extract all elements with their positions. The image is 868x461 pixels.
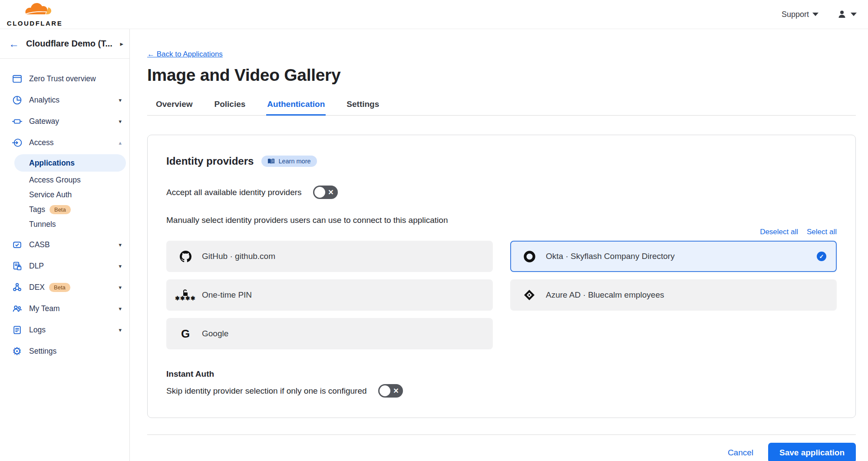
google-g-icon: G [178, 328, 192, 339]
deselect-all-link[interactable]: Deselect all [760, 228, 798, 236]
accept-all-toggle[interactable]: ✕ [313, 186, 338, 199]
sidebar: ← Cloudflare Demo (T... ▸ Zero Trust ove… [0, 29, 130, 461]
sidebar-item-dex[interactable]: DEX Beta ▾ [0, 277, 129, 298]
sidebar-item-tags[interactable]: Tags Beta [0, 202, 129, 217]
access-arrow-icon [11, 137, 23, 148]
support-label: Support [782, 10, 809, 19]
learn-more-badge[interactable]: Learn more [261, 156, 317, 167]
beta-badge: Beta [49, 283, 70, 292]
okta-icon [522, 251, 536, 262]
sidebar-item-access-groups[interactable]: Access Groups [0, 172, 129, 187]
gear-icon: ⚙ [11, 346, 23, 357]
select-all-link[interactable]: Select all [807, 228, 837, 236]
one-time-pin-lock-icon: ✱✱✱✱ [178, 289, 192, 301]
network-nodes-icon [11, 282, 23, 293]
support-menu[interactable]: Support [782, 10, 818, 19]
beta-badge: Beta [50, 205, 71, 214]
sidebar-item-applications[interactable]: Applications [14, 154, 126, 172]
sidebar-item-casb[interactable]: CASB ▾ [0, 234, 129, 255]
cloudflare-wordmark: CLOUDFLARE [7, 20, 63, 27]
casb-check-icon [11, 239, 23, 250]
chevron-down-icon: ▾ [119, 97, 122, 103]
toggle-off-x-icon: ✕ [393, 387, 399, 394]
provider-grid: GitHub · github.com Okta · Skyflash Comp… [166, 241, 837, 349]
learn-more-label: Learn more [278, 158, 310, 165]
tab-authentication[interactable]: Authentication [266, 96, 326, 116]
chevron-down-icon [812, 13, 818, 16]
save-application-button[interactable]: Save application [768, 443, 856, 461]
toggle-knob [380, 385, 390, 396]
chevron-down-icon [851, 13, 857, 16]
identity-providers-card: Identity providers Learn more Accept all… [147, 135, 856, 418]
grid-empty-cell [510, 318, 837, 349]
cloudflare-cloud-icon [15, 2, 55, 20]
cancel-button[interactable]: Cancel [728, 448, 753, 458]
sidebar-account-header: ← Cloudflare Demo (T... ▸ [0, 29, 129, 59]
card-title: Identity providers [166, 155, 254, 167]
provider-tile-one-time-pin[interactable]: ✱✱✱✱ One-time PIN [166, 279, 493, 311]
azure-ad-icon [522, 289, 536, 301]
back-arrow-icon[interactable]: ← [9, 39, 19, 49]
github-icon [178, 251, 192, 262]
chevron-down-icon: ▾ [119, 305, 122, 312]
browser-window-icon [11, 73, 23, 84]
provider-tile-okta[interactable]: Okta · Skyflash Company Directory ✓ [510, 241, 837, 272]
tab-overview[interactable]: Overview [155, 96, 194, 116]
chevron-down-icon: ▾ [119, 263, 122, 269]
access-subnav: Applications Access Groups Service Auth … [0, 153, 129, 234]
toggle-knob [314, 187, 325, 198]
chevron-down-icon: ▾ [119, 327, 122, 333]
account-menu[interactable] [837, 9, 857, 20]
tab-settings[interactable]: Settings [346, 96, 380, 116]
back-to-applications-link[interactable]: ← Back to Applications [147, 50, 223, 59]
chevron-down-icon: ▾ [119, 284, 122, 291]
account-name: Cloudflare Demo (T... [26, 39, 120, 49]
main-content: ← Back to Applications Image and Video G… [130, 29, 868, 461]
instant-auth-label: Skip identity provider selection if only… [166, 386, 367, 396]
selected-check-icon: ✓ [817, 252, 826, 261]
sidebar-item-analytics[interactable]: Analytics ▾ [0, 90, 129, 111]
provider-tile-azure-ad[interactable]: Azure AD · Bluecalm employees [510, 279, 837, 311]
accept-all-label: Accept all available identity providers [166, 188, 302, 197]
sidebar-item-service-auth[interactable]: Service Auth [0, 187, 129, 202]
gateway-icon [11, 116, 23, 127]
user-icon [837, 9, 847, 20]
cloudflare-logo[interactable]: CLOUDFLARE [6, 2, 63, 27]
sidebar-item-logs[interactable]: Logs ▾ [0, 319, 129, 341]
instant-auth-toggle[interactable]: ✕ [378, 384, 403, 398]
chevron-down-icon: ▾ [119, 118, 122, 125]
sidebar-nav: Zero Trust overview Analytics ▾ [0, 59, 129, 362]
tab-bar: Overview Policies Authentication Setting… [147, 96, 856, 116]
action-footer: Cancel Save application [147, 434, 856, 461]
chevron-down-icon: ▾ [119, 242, 122, 248]
provider-tile-google[interactable]: G Google [166, 318, 493, 349]
sidebar-item-dlp[interactable]: DLP ▾ [0, 255, 129, 277]
document-lines-icon [11, 325, 23, 335]
pie-chart-icon [11, 95, 23, 106]
sidebar-item-access[interactable]: Access ▴ [0, 132, 129, 153]
top-bar-right: Support [782, 9, 857, 20]
manual-select-text: Manually select identity providers users… [166, 216, 837, 225]
instant-auth-heading: Instant Auth [166, 369, 837, 379]
sidebar-item-tunnels[interactable]: Tunnels [0, 217, 129, 232]
toggle-off-x-icon: ✕ [328, 189, 333, 196]
sidebar-item-gateway[interactable]: Gateway ▾ [0, 111, 129, 132]
people-icon [11, 303, 23, 314]
chevron-up-icon: ▴ [119, 139, 122, 146]
sidebar-item-my-team[interactable]: My Team ▾ [0, 298, 129, 319]
sidebar-item-settings[interactable]: ⚙ Settings [0, 341, 129, 362]
cloudflare-zero-trust-page: CLOUDFLARE Support ← Cloudflare Demo (T.… [0, 0, 868, 461]
sidebar-item-zero-trust-overview[interactable]: Zero Trust overview [0, 68, 129, 90]
chevron-right-icon[interactable]: ▸ [120, 40, 123, 48]
top-bar: CLOUDFLARE Support [0, 0, 868, 29]
provider-tile-github[interactable]: GitHub · github.com [166, 241, 493, 272]
tab-policies[interactable]: Policies [214, 96, 247, 116]
document-lock-icon [11, 261, 23, 272]
page-title: Image and Video Gallery [147, 66, 856, 85]
book-icon [267, 158, 275, 165]
